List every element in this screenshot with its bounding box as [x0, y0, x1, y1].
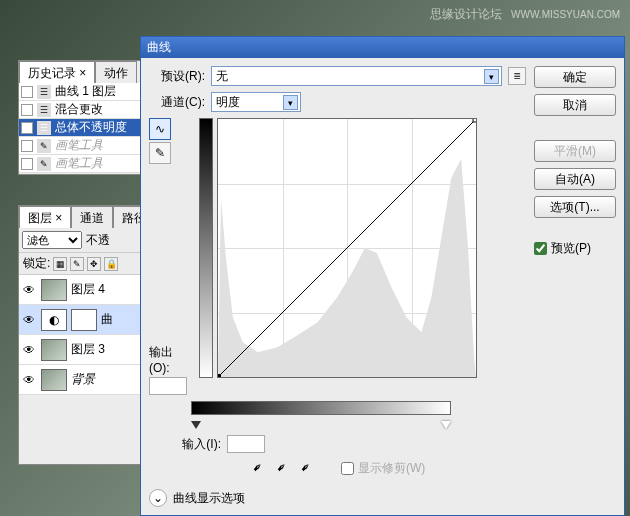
tab-layers[interactable]: 图层 × — [19, 206, 71, 228]
disclosure-label: 曲线显示选项 — [173, 490, 245, 507]
watermark-url: WWW.MISSYUAN.COM — [511, 9, 620, 20]
layer-thumb[interactable] — [41, 339, 67, 361]
lock-transparency-icon[interactable]: ▦ — [53, 257, 67, 271]
history-check[interactable] — [21, 140, 33, 152]
curve-line — [218, 119, 476, 377]
curve-tools: ∿ ✎ — [149, 118, 171, 164]
white-eyedropper-icon[interactable]: ✒ — [293, 455, 318, 480]
dialog-titlebar[interactable]: 曲线 — [141, 37, 624, 58]
history-icon: ☰ — [37, 103, 51, 117]
preview-checkbox[interactable]: 预览(P) — [534, 240, 616, 257]
channel-dropdown[interactable]: 明度 ▾ — [211, 92, 301, 112]
eye-icon[interactable]: 👁 — [21, 342, 37, 358]
lock-paint-icon[interactable]: ✎ — [70, 257, 84, 271]
history-check[interactable] — [21, 86, 33, 98]
eye-icon[interactable]: 👁 — [21, 312, 37, 328]
cancel-button[interactable]: 取消 — [534, 94, 616, 116]
black-eyedropper-icon[interactable]: ✒ — [245, 455, 270, 480]
dialog-left: 预设(R): 无 ▾ ≡ 通道(C): 明度 ▾ ∿ ✎ — [149, 66, 526, 507]
chevron-down-icon: ▾ — [484, 69, 499, 84]
channel-label: 通道(C): — [149, 94, 205, 111]
tab-history[interactable]: 历史记录 × — [19, 61, 95, 83]
gray-eyedropper-icon[interactable]: ✒ — [269, 455, 294, 480]
smooth-button: 平滑(M) — [534, 140, 616, 162]
history-check[interactable] — [21, 104, 33, 116]
dialog-body: 预设(R): 无 ▾ ≡ 通道(C): 明度 ▾ ∿ ✎ — [141, 58, 624, 515]
eyedropper-row: ✒ ✒ ✒ 显示修剪(W) — [249, 459, 526, 477]
channel-value: 明度 — [216, 94, 240, 111]
channel-row: 通道(C): 明度 ▾ — [149, 92, 526, 112]
layer-thumb[interactable] — [41, 279, 67, 301]
preset-label: 预设(R): — [149, 68, 205, 85]
input-label: 输入(I): — [149, 436, 221, 453]
output-label: 输出(O): — [149, 344, 187, 375]
history-icon: ✎ — [37, 157, 51, 171]
show-clipping-checkbox[interactable]: 显示修剪(W) — [341, 460, 425, 477]
adjustment-thumb[interactable]: ◐ — [41, 309, 67, 331]
white-point-slider[interactable] — [441, 421, 451, 429]
tab-channels[interactable]: 通道 — [71, 206, 113, 228]
show-clip-input[interactable] — [341, 462, 354, 475]
dialog-right: 确定 取消 平滑(M) 自动(A) 选项(T)... 预览(P) — [534, 66, 616, 507]
chevron-down-icon: ▾ — [283, 95, 298, 110]
output-input[interactable] — [149, 377, 187, 395]
opacity-label: 不透 — [86, 232, 110, 249]
history-check[interactable] — [21, 122, 33, 134]
preset-row: 预设(R): 无 ▾ ≡ — [149, 66, 526, 86]
input-gradient — [191, 401, 451, 415]
curves-dialog: 曲线 预设(R): 无 ▾ ≡ 通道(C): 明度 ▾ ∿ — [140, 36, 625, 516]
lock-move-icon[interactable]: ✥ — [87, 257, 101, 271]
disclosure-row[interactable]: ⌄ 曲线显示选项 — [149, 489, 526, 507]
svg-rect-3 — [473, 119, 476, 122]
curve-area: ∿ ✎ — [149, 118, 526, 378]
lock-all-icon[interactable]: 🔒 — [104, 257, 118, 271]
preset-value: 无 — [216, 68, 228, 85]
ok-button[interactable]: 确定 — [534, 66, 616, 88]
curve-pencil-tool[interactable]: ✎ — [149, 142, 171, 164]
input-row: 输入(I): — [149, 435, 526, 453]
preset-dropdown[interactable]: 无 ▾ — [211, 66, 502, 86]
svg-line-1 — [218, 119, 476, 377]
history-icon: ☰ — [37, 121, 51, 135]
input-slider[interactable] — [191, 421, 451, 429]
auto-button[interactable]: 自动(A) — [534, 168, 616, 190]
mask-thumb[interactable] — [71, 309, 97, 331]
options-button[interactable]: 选项(T)... — [534, 196, 616, 218]
tab-actions[interactable]: 动作 — [95, 61, 137, 83]
blendmode-select[interactable]: 滤色 — [22, 231, 82, 249]
eye-icon[interactable]: 👁 — [21, 372, 37, 388]
preset-menu-icon[interactable]: ≡ — [508, 67, 526, 85]
history-icon: ✎ — [37, 139, 51, 153]
eye-icon[interactable]: 👁 — [21, 282, 37, 298]
watermark-site: 思缘设计论坛 — [430, 7, 502, 21]
dialog-title: 曲线 — [147, 39, 171, 56]
curve-grid[interactable] — [217, 118, 477, 378]
history-icon: ☰ — [37, 85, 51, 99]
input-input[interactable] — [227, 435, 265, 453]
svg-rect-2 — [218, 374, 221, 377]
output-gradient — [199, 118, 213, 378]
preview-input[interactable] — [534, 242, 547, 255]
layer-thumb[interactable] — [41, 369, 67, 391]
black-point-slider[interactable] — [191, 421, 201, 429]
watermark: 思缘设计论坛 WWW.MISSYUAN.COM — [430, 6, 620, 23]
disclosure-icon[interactable]: ⌄ — [149, 489, 167, 507]
lock-label: 锁定: — [23, 255, 50, 272]
history-check[interactable] — [21, 158, 33, 170]
curve-point-tool[interactable]: ∿ — [149, 118, 171, 140]
